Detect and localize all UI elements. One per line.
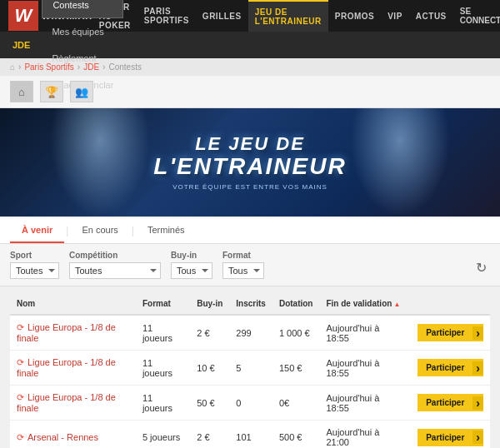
buyin-filter-label: Buy-in [171,251,212,260]
main-menu: JOUER AU POKERPARIS SPORTIFSGRILLESJEU D… [92,0,453,32]
filter-tab-terminés[interactable]: Terminés [136,218,197,243]
table-row: ⟳Arsenal - Rennes5 joueurs2 €101500 €Auj… [10,421,490,449]
main-menu-item-actus[interactable]: ACTUS [409,0,453,32]
inscrits-cell: 5 [229,351,272,386]
team-icon-button[interactable]: 👥 [70,81,93,102]
contest-name-cell: ⟳Arsenal - Rennes [10,421,136,449]
participer-cell: Participer [411,351,490,386]
main-menu-item-promos[interactable]: PROMOS [328,0,381,32]
col-header-buy-in: Buy-in [190,293,229,315]
fin-cell: Aujourd'hui à 21:00 [319,421,411,449]
buyin-filter-select[interactable]: Tous [171,262,212,279]
format-cell: 11 joueurs [136,315,190,351]
competition-filter-label: Compétition [69,251,161,260]
participer-button[interactable]: Participer [418,359,483,376]
filter-tab-separator-2: | [130,218,136,243]
dotation-cell: 150 € [272,351,320,386]
participer-button[interactable]: Participer [418,394,483,411]
format-cell: 11 joueurs [136,386,190,421]
banner-text: LE JEU DE L'ENTRAINEUR VOTRE ÉQUIPE EST … [153,134,346,191]
dotation-cell: 1 000 € [272,315,320,351]
banner: LE JEU DE L'ENTRAINEUR VOTRE ÉQUIPE EST … [0,108,500,217]
breadcrumb-jde[interactable]: JDE [83,62,99,72]
contest-icon: ⟳ [17,322,24,332]
filter-tabs: À venir|En cours|Terminés [0,218,500,244]
main-menu-item-vip[interactable]: VIP [381,0,409,32]
sec-tab-mes-équipes[interactable]: Mes équipes [42,18,123,45]
contest-name[interactable]: Ligue Europa - 1/8 de finale [17,357,116,378]
table-row: ⟳Ligue Europa - 1/8 de finale11 joueurs1… [10,351,490,386]
buyin-cell: 50 € [190,386,229,421]
competition-filter-select[interactable]: Toutes [69,262,161,279]
competition-filter-group: Compétition Toutes [69,251,161,279]
col-header- [411,293,490,315]
format-filter-label: Format [222,251,264,260]
section-label: JDE [12,40,30,50]
participer-cell: Participer [411,386,490,421]
contest-icon: ⟳ [17,392,24,402]
participer-button[interactable]: Participer [418,429,483,446]
sport-filter-select[interactable]: Toutes [10,262,59,279]
contest-name-cell: ⟳Ligue Europa - 1/8 de finale [10,386,136,421]
col-header-format: Format [136,293,190,315]
participer-button[interactable]: Participer [418,324,483,341]
contest-name-cell: ⟳Ligue Europa - 1/8 de finale [10,351,136,386]
sport-filter-label: Sport [10,251,59,260]
breadcrumb-sep2: › [78,62,80,72]
banner-title-top: LE JEU DE [153,134,346,154]
home-icon-button[interactable]: ⌂ [10,81,33,102]
sec-tab-contests[interactable]: Contests [42,0,123,18]
filter-tab-à-venir[interactable]: À venir [10,218,64,243]
login-button[interactable]: SE CONNECTER [453,3,500,28]
col-header-nom: Nom [10,293,136,315]
buyin-cell: 2 € [190,315,229,351]
contests-table: NomFormatBuy-inInscritsDotationFin de va… [10,293,490,448]
format-cell: 11 joueurs [136,351,190,386]
buyin-filter-group: Buy-in Tous [171,251,212,279]
fin-cell: Aujourd'hui à 18:55 [319,315,411,351]
fin-cell: Aujourd'hui à 18:55 [319,351,411,386]
format-filter-select[interactable]: Tous [222,262,264,279]
dotation-cell: 500 € [272,421,320,449]
refresh-button[interactable]: ↻ [472,256,490,279]
trophy-icon-button[interactable]: 🏆 [40,81,63,102]
breadcrumb-home-icon[interactable]: ⌂ [10,62,15,72]
sport-filter-group: Sport Toutes [10,251,59,279]
logo-icon: W [8,1,38,31]
filter-tab-en-cours[interactable]: En cours [70,218,129,243]
breadcrumb-contests: Contests [108,62,141,72]
format-cell: 5 joueurs [136,421,190,449]
inscrits-cell: 101 [229,421,272,449]
buyin-cell: 10 € [190,351,229,386]
main-menu-item-jeu-de-l'entraineur[interactable]: JEU DE L'ENTRAINEUR [248,0,328,32]
inscrits-cell: 299 [229,315,272,351]
contest-name[interactable]: Arsenal - Rennes [28,432,98,442]
participer-cell: Participer [411,315,490,351]
format-filter-group: Format Tous [222,251,264,279]
secondary-navigation: JDE PrésentationContestsMes équipesRègle… [0,32,500,58]
buyin-cell: 2 € [190,421,229,449]
banner-subtitle: VOTRE ÉQUIPE EST ENTRE VOS MAINS [153,183,346,191]
contest-name[interactable]: Ligue Europa - 1/8 de finale [17,392,116,413]
auth-buttons: SE CONNECTER S'INSCRIRE [453,3,500,28]
breadcrumb-sep3: › [102,62,105,72]
col-header-inscrits: Inscrits [229,293,272,315]
filter-tab-separator-1: | [64,218,70,243]
col-header-fin-de-validation[interactable]: Fin de validation [319,293,411,315]
fin-cell: Aujourd'hui à 18:55 [319,386,411,421]
main-menu-item-grilles[interactable]: GRILLES [196,0,248,32]
participer-cell: Participer [411,421,490,449]
inscrits-cell: 0 [229,386,272,421]
table-row: ⟳Ligue Europa - 1/8 de finale11 joueurs2… [10,315,490,351]
contests-table-container: NomFormatBuy-inInscritsDotationFin de va… [10,293,490,448]
light-right [350,108,450,217]
contest-name[interactable]: Ligue Europa - 1/8 de finale [17,322,116,343]
filter-row: Sport Toutes Compétition Toutes Buy-in T… [0,244,500,286]
col-header-dotation: Dotation [272,293,320,315]
contest-name-cell: ⟳Ligue Europa - 1/8 de finale [10,315,136,351]
main-menu-item-paris-sportifs[interactable]: PARIS SPORTIFS [138,0,196,32]
light-left [50,108,150,217]
breadcrumb-paris-sportifs[interactable]: Paris Sportifs [24,62,73,72]
table-row: ⟳Ligue Europa - 1/8 de finale11 joueurs5… [10,386,490,421]
banner-title-bottom: L'ENTRAINEUR [153,154,346,180]
